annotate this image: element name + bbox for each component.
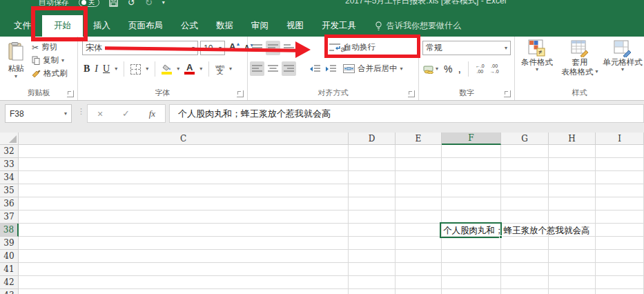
row-header-39[interactable]: 39 <box>0 237 19 250</box>
cell-G40[interactable] <box>501 250 549 263</box>
row-header-36[interactable]: 36 <box>0 197 19 210</box>
cell-E43[interactable] <box>396 289 442 294</box>
cell-H42[interactable] <box>549 276 596 289</box>
cell-E42[interactable] <box>396 276 442 289</box>
save-icon[interactable] <box>109 0 118 7</box>
tell-me-box[interactable]: 告诉我你想要做什么 <box>375 15 461 37</box>
tab-data[interactable]: 数据 <box>207 15 242 37</box>
cell-I41[interactable] <box>596 263 644 276</box>
formula-bar-grip-icon[interactable]: ⋮ <box>77 107 84 116</box>
comma-style-button[interactable]: , <box>458 63 460 75</box>
cell-C38[interactable] <box>19 224 349 237</box>
cell-E40[interactable] <box>396 250 442 263</box>
align-center-button[interactable] <box>266 61 280 76</box>
cell-E39[interactable] <box>396 237 442 250</box>
align-left-button[interactable] <box>250 61 264 76</box>
cell-F42[interactable] <box>442 276 501 289</box>
align-middle-button[interactable] <box>266 41 280 55</box>
cell-H37[interactable] <box>549 210 596 224</box>
cell-F39[interactable] <box>442 237 501 250</box>
font-name-combo[interactable]: 宋体 ▾ <box>82 41 198 55</box>
cut-button[interactable]: ✂ 剪切 <box>32 41 57 53</box>
select-all-corner[interactable] <box>0 133 19 145</box>
row-header-40[interactable]: 40 <box>0 250 19 263</box>
underline-button[interactable]: U <box>103 63 110 75</box>
cell-H32[interactable] <box>549 145 596 158</box>
row-header-34[interactable]: 34 <box>0 171 19 184</box>
cell-I43[interactable] <box>596 289 644 294</box>
column-header-F[interactable]: F <box>442 133 501 145</box>
format-as-table-button[interactable]: 套用 表格格式 ▾ <box>558 39 602 77</box>
row-header-43[interactable]: 43 <box>0 289 19 294</box>
tab-review[interactable]: 审阅 <box>242 15 277 37</box>
row-header-33[interactable]: 33 <box>0 158 19 171</box>
name-box[interactable]: F38 ▾ <box>5 104 72 123</box>
merge-center-button[interactable]: 合并后居中 ▾ <box>343 63 403 74</box>
row-header-37[interactable]: 37 <box>0 210 19 224</box>
number-format-dropdown-icon[interactable]: ▾ <box>505 46 507 51</box>
cell-G43[interactable] <box>501 289 549 294</box>
decrease-decimal-button[interactable]: .00 →.0 <box>490 63 499 75</box>
cell-H34[interactable] <box>549 171 596 184</box>
row-header-42[interactable]: 42 <box>0 276 19 289</box>
cell-I33[interactable] <box>596 158 644 171</box>
cell-I36[interactable] <box>596 197 644 210</box>
row-header-38[interactable]: 38 <box>0 224 19 237</box>
cell-G34[interactable] <box>501 171 549 184</box>
row-header-35[interactable]: 35 <box>0 184 19 197</box>
cell-F33[interactable] <box>442 158 501 171</box>
increase-font-size-button[interactable]: A▲ <box>229 41 240 52</box>
cell-G33[interactable] <box>501 158 549 171</box>
tab-insert[interactable]: 插入 <box>84 15 119 37</box>
cell-I39[interactable] <box>596 237 644 250</box>
font-size-combo[interactable]: 10 ▾ <box>200 41 225 55</box>
row-header-41[interactable]: 41 <box>0 263 19 276</box>
cell-G36[interactable] <box>501 197 549 210</box>
cell-C33[interactable] <box>19 158 349 171</box>
cell-D36[interactable] <box>349 197 396 210</box>
cell-D43[interactable] <box>349 289 396 294</box>
font-dialog-launcher-icon[interactable] <box>237 90 244 97</box>
merge-center-dropdown-icon[interactable]: ▾ <box>400 66 403 72</box>
align-top-button[interactable] <box>250 41 264 55</box>
name-box-dropdown-icon[interactable]: ▾ <box>64 111 67 117</box>
copy-button[interactable]: 复制 ▾ <box>32 55 64 66</box>
cell-G39[interactable] <box>501 237 549 250</box>
cell-C39[interactable] <box>19 237 349 250</box>
cell-C41[interactable] <box>19 263 349 276</box>
autosave-toggle[interactable]: 关 <box>79 0 99 7</box>
tab-developer[interactable]: 开发工具 <box>313 15 365 37</box>
column-header-H[interactable]: H <box>549 133 596 145</box>
cell-H35[interactable] <box>549 184 596 197</box>
cell-D37[interactable] <box>349 210 396 224</box>
cell-D40[interactable] <box>349 250 396 263</box>
bold-button[interactable]: B <box>84 63 90 75</box>
cell-D34[interactable] <box>349 171 396 184</box>
cell-C34[interactable] <box>19 171 349 184</box>
clipboard-dialog-launcher-icon[interactable] <box>67 90 74 97</box>
tab-view[interactable]: 视图 <box>277 15 313 37</box>
cell-I37[interactable] <box>596 210 644 224</box>
cell-H39[interactable] <box>549 237 596 250</box>
accounting-dropdown-icon[interactable]: ▾ <box>436 66 438 72</box>
tab-file[interactable]: 文件 <box>6 15 39 37</box>
cell-C42[interactable] <box>19 276 349 289</box>
cell-F38[interactable]: 个人股肉丸和；蜂王浆放个惹我就会高 <box>442 224 501 237</box>
number-format-combo[interactable]: 常规 ▾ <box>422 41 511 55</box>
cell-I38[interactable] <box>596 224 644 237</box>
cell-H40[interactable] <box>549 250 596 263</box>
cell-F41[interactable] <box>442 263 501 276</box>
fill-color-dropdown-icon[interactable]: ▾ <box>177 66 179 72</box>
tab-home[interactable]: 开始 <box>42 15 83 37</box>
cell-H41[interactable] <box>549 263 596 276</box>
cell-F35[interactable] <box>442 184 501 197</box>
column-header-C[interactable]: C <box>19 133 349 145</box>
cancel-icon[interactable]: × <box>97 108 103 119</box>
cell-C40[interactable] <box>19 250 349 263</box>
column-header-D[interactable]: D <box>349 133 396 145</box>
cell-F43[interactable] <box>442 289 501 294</box>
cell-E41[interactable] <box>396 263 442 276</box>
cell-D41[interactable] <box>349 263 396 276</box>
font-name-dropdown-icon[interactable]: ▾ <box>192 46 195 51</box>
column-header-E[interactable]: E <box>396 133 442 145</box>
